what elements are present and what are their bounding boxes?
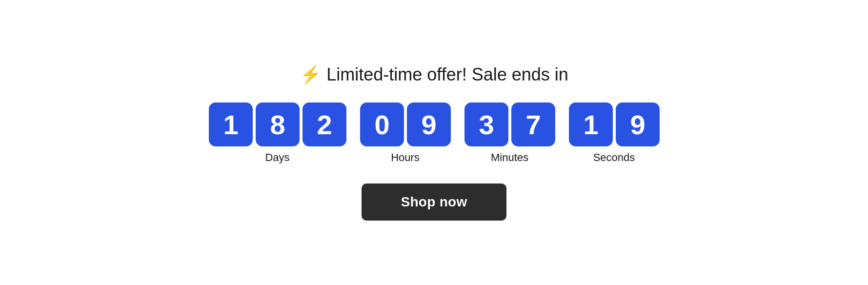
days-digit-1: 1 (209, 102, 253, 146)
seconds-digit-2: 9 (616, 102, 660, 146)
seconds-digits: 1 9 (569, 102, 660, 146)
minutes-digit-1: 3 (464, 102, 508, 146)
seconds-unit: 1 9 Seconds (569, 102, 660, 164)
minutes-digit-2: 7 (511, 102, 555, 146)
hours-unit: 0 9 Hours (360, 102, 451, 164)
minutes-unit: 3 7 Minutes (464, 102, 555, 164)
header: ⚡ Limited-time offer! Sale ends in (300, 64, 568, 85)
header-text: Limited-time offer! Sale ends in (326, 64, 568, 85)
hours-digit-2: 9 (407, 102, 451, 146)
days-digit-2: 8 (256, 102, 300, 146)
countdown-wrapper: 1 8 2 Days 0 9 Hours 3 7 Minutes 1 9 Sec… (209, 102, 660, 164)
days-digit-3: 2 (303, 102, 346, 146)
days-label: Days (265, 151, 289, 164)
hours-label: Hours (391, 151, 420, 164)
lightning-icon: ⚡ (300, 64, 322, 85)
hours-digits: 0 9 (360, 102, 451, 146)
seconds-digit-1: 1 (569, 102, 613, 146)
minutes-digits: 3 7 (464, 102, 555, 146)
minutes-label: Minutes (491, 151, 528, 164)
shop-now-button[interactable]: Shop now (362, 183, 506, 221)
hours-digit-1: 0 (360, 102, 404, 146)
days-unit: 1 8 2 Days (209, 102, 346, 164)
seconds-label: Seconds (593, 151, 635, 164)
days-digits: 1 8 2 (209, 102, 346, 146)
